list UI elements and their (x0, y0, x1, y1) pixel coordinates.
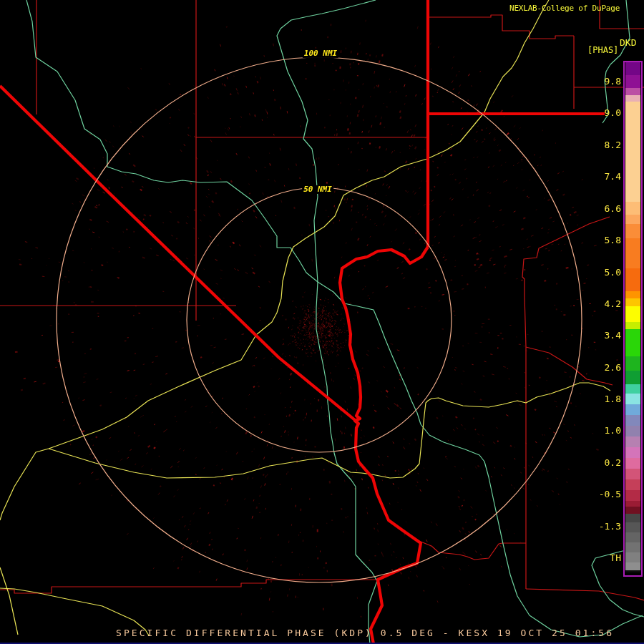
colorbar-segment (625, 298, 640, 306)
colorbar-segment (625, 62, 640, 75)
colorbar-segment (625, 394, 640, 404)
colorbar-tick-label: -0.5 (599, 489, 621, 499)
colorbar-tick-label: 6.6 (605, 203, 621, 214)
colorbar-tick-label: 7.4 (605, 171, 621, 182)
colorbar-segment (625, 479, 640, 490)
map-overlay-layer (0, 0, 644, 644)
colorbar-tick-label: TH (610, 552, 621, 563)
layer-highways (0, 0, 610, 635)
colorbar-segment (625, 95, 640, 102)
colorbar-tick-label: 5.0 (605, 267, 621, 278)
colorbar-segment (625, 490, 640, 501)
layer-range-rings (57, 57, 582, 582)
colorbar-segment (625, 356, 640, 371)
cod-weather-flag-icon (614, 2, 644, 42)
colorbar-segment (625, 522, 640, 532)
colorbar-segment (625, 447, 640, 458)
colorbar-tick-label: 0.2 (605, 457, 621, 468)
colorbar-tick-label: 5.8 (605, 235, 621, 245)
colorbar-tick-label: -1.3 (599, 521, 621, 532)
colorbar-segment (625, 426, 640, 436)
colorbar-segment (625, 224, 640, 238)
colorbar-segment (625, 542, 640, 552)
colorbar-segment (625, 322, 640, 329)
colorbar-segment (625, 436, 640, 447)
colorbar-segment (625, 215, 640, 224)
colorbar-tick-label: 8.2 (605, 140, 621, 150)
colorbar-segment (625, 458, 640, 469)
colorbar-segment (625, 570, 640, 572)
colorbar-tick-label: 3.4 (605, 330, 621, 341)
product-units-label: [PHAS] (587, 46, 618, 55)
colorbar-segment (625, 102, 640, 202)
colorbar-tick-label: 4.2 (605, 298, 621, 309)
colorbar-segment (625, 75, 640, 88)
colorbar-segment (625, 552, 640, 562)
radar-display: 9.89.08.27.46.65.85.04.23.42.61.81.00.2-… (0, 0, 644, 644)
colorbar (623, 61, 643, 577)
colorbar-tick-label: 2.6 (605, 362, 621, 373)
colorbar-segment (625, 514, 640, 522)
colorbar-segment (625, 384, 640, 394)
product-status-text: SPECIFIC DIFFERENTIAL PHASE (KDP) 0.5 DE… (116, 628, 614, 638)
colorbar-segment (625, 268, 640, 291)
colorbar-segment (625, 88, 640, 95)
layer-county-borders (0, 0, 644, 600)
colorbar-segment (625, 507, 640, 514)
colorbar-segment (625, 415, 640, 426)
colorbar-segment (625, 562, 640, 570)
colorbar-segment (625, 501, 640, 507)
colorbar-segment (625, 532, 640, 542)
colorbar-segment (625, 371, 640, 384)
range-ring-label-50nmi: 50 NMI (302, 185, 333, 194)
colorbar-segment (625, 238, 640, 268)
colorbar-tick-label: 9.0 (605, 107, 621, 118)
colorbar-segment (625, 291, 640, 298)
colorbar-tick-label: 1.0 (605, 425, 621, 436)
colorbar-segment (625, 404, 640, 415)
product-code-label: DKD (620, 38, 636, 48)
range-ring-label-100nmi: 100 NMI (303, 49, 338, 58)
colorbar-segment (625, 202, 640, 215)
layer-rivers (26, 0, 644, 644)
colorbar-segment (625, 306, 640, 322)
colorbar-segment (625, 329, 640, 356)
colorbar-tick-label: 9.8 (605, 76, 621, 87)
colorbar-tick-label: 1.8 (605, 394, 621, 404)
colorbar-segment (625, 469, 640, 479)
branding-text: NEXLAB-College of DuPage (509, 4, 620, 13)
layer-state-borders (0, 0, 605, 644)
